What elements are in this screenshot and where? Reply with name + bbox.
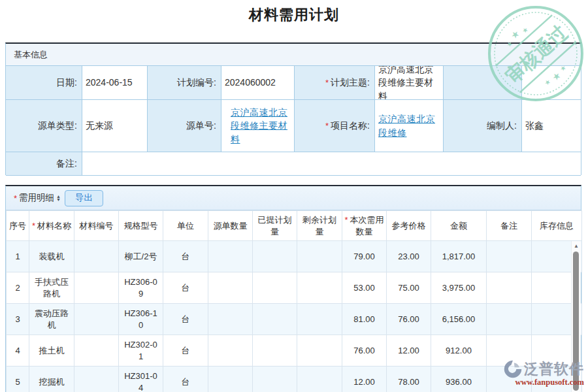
date-label: 日期: [6,66,82,100]
cell-amount: 936.00 [431,367,487,392]
cell-amount: 1,817.00 [431,241,487,272]
cell-material-name: 手扶式压路机 [29,272,74,304]
col-material-name: *材料名称 [29,211,74,241]
cell-material-code [74,304,119,335]
cell-material-code [74,335,119,367]
plan-no-value: 2024060002 [221,66,295,100]
empty-label-cell [444,66,522,100]
cell-price: 76.00 [387,304,431,335]
table-row[interactable]: 1 装载机 柳工/2号 台 79.00 23.00 1,817.00 [7,241,582,272]
cell-seq: 2 [7,272,29,304]
detail-title: 需用明细 [19,192,54,204]
cell-remaining-qty [297,272,342,304]
cell-remark [487,304,532,335]
cell-remark [487,241,532,272]
cell-submitted-qty [253,272,297,304]
project-name-label: * 项目名称: [295,100,375,152]
export-button[interactable]: 导出 [65,190,103,206]
required-marker: * [325,121,329,131]
cell-qty: 12.00 [342,367,387,392]
empty-value-cell [522,66,581,100]
cell-amount: 6,156.00 [431,304,487,335]
cell-spec: HZ302-01 [119,335,163,367]
source-no-link[interactable]: 京沪高速北京段维修主要材料 [231,106,291,146]
table-row[interactable]: 5 挖掘机 HZ301-04 台 12.00 78.00 936.00 [7,367,582,392]
date-value: 2024-06-15 [82,66,148,100]
cell-spec: HZ306-10 [119,304,163,335]
cell-submitted-qty [253,241,297,272]
col-source-qty: 源单数量 [208,211,253,241]
project-name-link[interactable]: 京沪高速北京段维修 [378,112,441,139]
brand-name: 泛普软件 [524,359,584,379]
cell-unit: 台 [163,367,208,392]
col-qty: *本次需用数量 [342,211,387,241]
page-title: 材料需用计划 [0,5,588,25]
cell-spec: HZ301-04 [119,367,163,392]
source-type-value: 无来源 [82,100,148,152]
cell-unit: 台 [163,335,208,367]
cell-price: 75.00 [387,272,431,304]
cell-spec: 柳工/2号 [119,241,163,272]
scroll-up-icon[interactable]: ▲ [572,241,581,250]
basic-info-header: 基本信息 [6,44,581,66]
creator-label: 编制人: [444,100,522,152]
cell-remaining-qty [297,241,342,272]
cell-material-name: 震动压路机 [29,304,74,335]
cell-seq: 3 [7,304,29,335]
svg-text:★: ★ [508,28,521,41]
brand-watermark: 泛普软件 www.fanpusoft.com [503,359,584,387]
cell-source-qty [208,367,253,392]
source-type-label: 源单类型: [6,100,82,152]
cell-qty: 81.00 [342,304,387,335]
cell-submitted-qty [253,367,297,392]
col-remark: 备注 [487,211,532,241]
cell-qty: 76.00 [342,335,387,367]
col-submitted-qty: 已提计划量 [253,211,297,241]
basic-info-form: 日期: 2024-06-15 计划编号: 2024060002 * 计划主题: … [6,66,581,176]
col-material-code: 材料编号 [74,211,119,241]
cell-source-qty [208,335,253,367]
cell-source-qty [208,241,253,272]
cell-submitted-qty [253,335,297,367]
col-amount: 金额 [431,211,487,241]
cell-spec: HZ306-09 [119,272,163,304]
cell-source-qty [208,304,253,335]
cell-remaining-qty [297,335,342,367]
plan-subject-label: * 计划主题: [295,66,375,100]
table-row[interactable]: 4 推土机 HZ302-01 台 76.00 12.00 912.00 [7,335,582,367]
required-marker: * [344,215,348,225]
cell-seq: 4 [7,335,29,367]
creator-value: 张鑫 [522,100,581,152]
brand-url: www.fanpusoft.com [503,378,584,387]
cell-material-code [74,272,119,304]
col-spec: 规格型号 [119,211,163,241]
col-remaining-qty: 剩余计划量 [297,211,342,241]
cell-seq: 5 [7,367,29,392]
table-row[interactable]: 3 震动压路机 HZ306-10 台 81.00 76.00 6,156.00 [7,304,582,335]
cell-remark [487,272,532,304]
plan-subject-value: 京沪高速北京段维修主要材料 [375,66,444,100]
cell-price: 78.00 [387,367,431,392]
required-marker: * [32,221,35,231]
table-header-row: 序号 *材料名称 材料编号 规格型号 单位 源单数量 已提计划量 剩余计划量 *… [7,211,582,241]
basic-info-section: 基本信息 日期: 2024-06-15 计划编号: 2024060002 * 计… [5,42,581,175]
fanpu-logo-icon [503,359,523,379]
cell-price: 23.00 [387,241,431,272]
detail-section: * 需用明细 ▲▼ 导出 序号 *材料名称 材料编号 规格型号 单位 源单数量 … [5,185,581,392]
col-seq: 序号 [7,211,29,241]
sort-spinner-icon[interactable]: ▲▼ [56,195,61,201]
cell-unit: 台 [163,241,208,272]
source-no-cell: 京沪高速北京段维修主要材料 [221,100,295,152]
cell-amount: 912.00 [431,335,487,367]
detail-toolbar: * 需用明细 ▲▼ 导出 [6,186,581,210]
cell-amount: 3,975.00 [431,272,487,304]
required-marker: * [14,193,17,203]
table-row[interactable]: 2 手扶式压路机 HZ306-09 台 53.00 75.00 3,975.00 [7,272,582,304]
cell-price: 12.00 [387,335,431,367]
cell-submitted-qty [253,304,297,335]
plan-no-label: 计划编号: [148,66,221,100]
cell-material-name: 装载机 [29,241,74,272]
cell-qty: 79.00 [342,241,387,272]
cell-material-name: 挖掘机 [29,367,74,392]
cell-seq: 1 [7,241,29,272]
